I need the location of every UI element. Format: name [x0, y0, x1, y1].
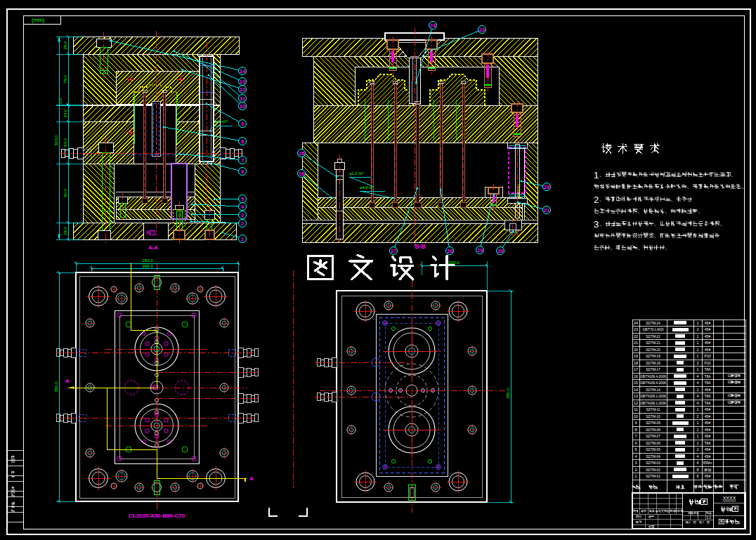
- label-text: 4: [697, 401, 699, 405]
- label-text: T8A: [704, 394, 711, 398]
- label-text: 45#: [705, 474, 711, 478]
- fold-mark-left: [269, 508, 278, 516]
- balloon-number: 16: [299, 171, 304, 177]
- label-text: 2: [697, 414, 699, 419]
- section-view-b: TM30X60 TM30X60 ⌀1.2 H7 ⌀4.0 H7 ⌀1.2 H7 …: [302, 28, 537, 250]
- label-text: GB/T4169.1-2006: [640, 402, 666, 405]
- label-text: GB/T4169.4-2006: [640, 381, 666, 385]
- label-text: 12: [634, 401, 638, 405]
- label-text: 4: [697, 461, 699, 465]
- label-text: 45#: [705, 454, 711, 459]
- label-text: 1: [697, 334, 699, 338]
- plan-view-bottom-middle: 350.0 200.0: [315, 260, 514, 513]
- balloon-number: 13: [240, 79, 245, 85]
- label-text: SZ/TM-07: [646, 435, 660, 438]
- label-text: 45#: [705, 414, 711, 419]
- watermark: 图 文 设 计: [307, 254, 454, 283]
- label-text: 1: [697, 421, 699, 425]
- label-text: SZ/TM-08: [646, 428, 660, 432]
- label-text: 45#: [705, 388, 711, 392]
- label-text: SZ/TM-05: [646, 448, 660, 452]
- cad-drawing-sheet: (mm) (mm) ZP38-65 ZP38-65 ⌀20 H7 ⌀20 H7 …: [0, 0, 756, 540]
- balloon-number: 17: [391, 248, 396, 254]
- label-text: SZ/TM-11: [646, 408, 660, 411]
- label-text: 2: [594, 195, 599, 205]
- label-text: 45#: [705, 447, 711, 452]
- label-text: 21: [634, 341, 638, 345]
- balloon-number: 23: [479, 27, 485, 33]
- label-text: XXXX: [723, 496, 736, 501]
- text-run: ⌀1.2 H7: [349, 171, 364, 176]
- label-text: 22: [634, 334, 638, 338]
- balloon-number: 8: [241, 138, 244, 145]
- label-text: SZ/TM-04: [646, 455, 660, 459]
- label-text: 45#: [705, 348, 711, 352]
- label-text: 45#: [705, 434, 711, 438]
- label-text: T8A: [704, 441, 711, 445]
- label-text: 13: [634, 394, 638, 398]
- label-text: B-B: [415, 243, 425, 250]
- balloon-number: 24: [430, 22, 436, 29]
- label-text: 45#: [705, 407, 711, 411]
- text-run: 1: [702, 520, 704, 524]
- label-text: 1: [697, 407, 699, 411]
- label-text: 8: [697, 468, 699, 472]
- misc-marks: [269, 270, 307, 516]
- label-text: 2: [697, 361, 699, 365]
- label-text: SZ/TM-09: [646, 421, 660, 425]
- label-text: SZ/TM-24: [646, 322, 660, 325]
- label-text: SZ/TM-06: [646, 442, 660, 445]
- label-text: 4: [697, 374, 699, 378]
- label-text: 45#: [705, 321, 711, 325]
- label-text: 1: [697, 434, 699, 438]
- label-text: 1: [594, 170, 599, 180]
- section-view-a: ZP38-65 ZP38-65 ⌀20 H7 ⌀20 H7 K K口 A-A: [59, 31, 245, 251]
- label-text: 5: [635, 447, 637, 452]
- label-text: SZ/TM-10: [646, 415, 660, 419]
- label-text: SZ/TM-22: [646, 335, 660, 338]
- label-text: 3: [594, 219, 599, 230]
- dimension-text: 350.0: [505, 388, 510, 399]
- balloon-number: 18: [447, 248, 452, 254]
- label-text: 10: [634, 414, 638, 419]
- label-text: 45#: [705, 421, 711, 425]
- label-text: 14: [634, 388, 638, 392]
- plan-view-bottom-left: K K口 A A 250.0 200.0 350.0 CI-2035-A50-B…: [53, 258, 258, 519]
- label-text: 17: [634, 367, 638, 371]
- text-run: ⌀20 H7: [214, 119, 228, 124]
- label-text: GB/T4169.4-2006: [640, 375, 666, 378]
- tech-requirements: 技术要求 1 、装配时要以分型面较平整或不易整修的一侧作为基准， 涂上红丹油与另…: [593, 144, 751, 251]
- label-text: T8A: [704, 401, 711, 405]
- label-text: 45#: [705, 428, 711, 432]
- label-text: 15: [634, 381, 638, 385]
- label-text: SZ/TM-18: [646, 362, 660, 365]
- label-text: 8: [635, 428, 637, 432]
- label-text: 1: [697, 348, 699, 352]
- label-text: SZ/TM-03: [646, 461, 660, 465]
- text-run: ZP38-65: [178, 208, 182, 223]
- dimension-text: 64.0: [63, 138, 67, 147]
- label-text: 3: [635, 461, 637, 465]
- label-text: 18: [634, 361, 638, 365]
- label-text: 1: [697, 354, 699, 358]
- label-text: 2: [697, 447, 699, 452]
- label-text: 11: [634, 407, 638, 411]
- text-run: 1: [689, 520, 691, 524]
- dimension-text: 24.0: [63, 109, 67, 118]
- balloon-number: 12: [240, 86, 245, 93]
- dimension-text: 250.0: [142, 258, 153, 263]
- label-text: P20: [705, 361, 711, 365]
- label-text: SZ/TM-21: [646, 341, 660, 345]
- balloon-number: 5: [241, 196, 244, 202]
- balloon-number: 1: [241, 236, 244, 242]
- fold-mark-right: [299, 508, 307, 516]
- label-text: 2: [635, 468, 637, 472]
- label-text: T8A: [704, 374, 711, 378]
- label-text: 1: [697, 428, 699, 432]
- label-text: SZ/TM-02: [646, 468, 660, 472]
- label-text: 6: [635, 441, 637, 445]
- dimension-text: 78.0: [63, 74, 67, 84]
- view-a-dimensions: 25.0 78.0 1.0 24.0 64.0 90.0 25.0 303.0: [53, 35, 83, 242]
- dimension-text: 1.0: [58, 98, 63, 104]
- label-text: 4: [635, 454, 637, 459]
